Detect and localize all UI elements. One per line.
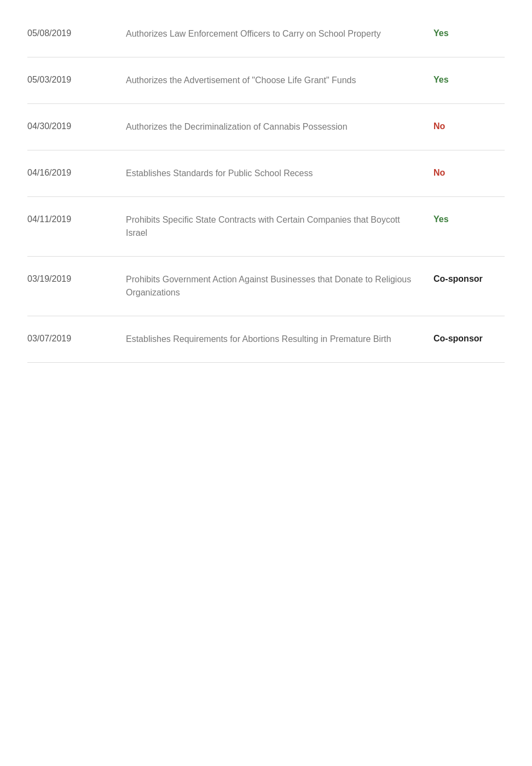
vote-result: Yes [433, 27, 505, 38]
table-row: 04/16/2019Establishes Standards for Publ… [27, 150, 505, 197]
vote-result: Yes [433, 74, 505, 85]
table-row: 04/30/2019Authorizes the Decriminalizati… [27, 104, 505, 150]
vote-result: No [433, 120, 505, 131]
vote-date: 03/19/2019 [27, 273, 126, 284]
vote-result: Yes [433, 213, 505, 224]
vote-description: Establishes Requirements for Abortions R… [126, 333, 433, 346]
vote-date: 05/08/2019 [27, 27, 126, 38]
votes-table: 05/08/2019Authorizes Law Enforcement Off… [0, 0, 532, 374]
vote-description: Prohibits Specific State Contracts with … [126, 213, 433, 240]
vote-date: 04/11/2019 [27, 213, 126, 224]
vote-result: Co-sponsor [433, 333, 505, 344]
table-row: 03/19/2019Prohibits Government Action Ag… [27, 257, 505, 316]
vote-date: 04/30/2019 [27, 120, 126, 131]
vote-description: Authorizes Law Enforcement Officers to C… [126, 27, 433, 40]
vote-date: 03/07/2019 [27, 333, 126, 344]
vote-description: Prohibits Government Action Against Busi… [126, 273, 433, 299]
table-row: 05/08/2019Authorizes Law Enforcement Off… [27, 11, 505, 57]
vote-result: No [433, 167, 505, 178]
vote-description: Authorizes the Decriminalization of Cann… [126, 120, 433, 134]
table-row: 03/07/2019Establishes Requirements for A… [27, 316, 505, 363]
table-row: 05/03/2019Authorizes the Advertisement o… [27, 57, 505, 104]
vote-description: Establishes Standards for Public School … [126, 167, 433, 180]
vote-description: Authorizes the Advertisement of "Choose … [126, 74, 433, 87]
vote-date: 05/03/2019 [27, 74, 126, 85]
vote-result: Co-sponsor [433, 273, 505, 284]
table-row: 04/11/2019Prohibits Specific State Contr… [27, 197, 505, 257]
vote-date: 04/16/2019 [27, 167, 126, 178]
